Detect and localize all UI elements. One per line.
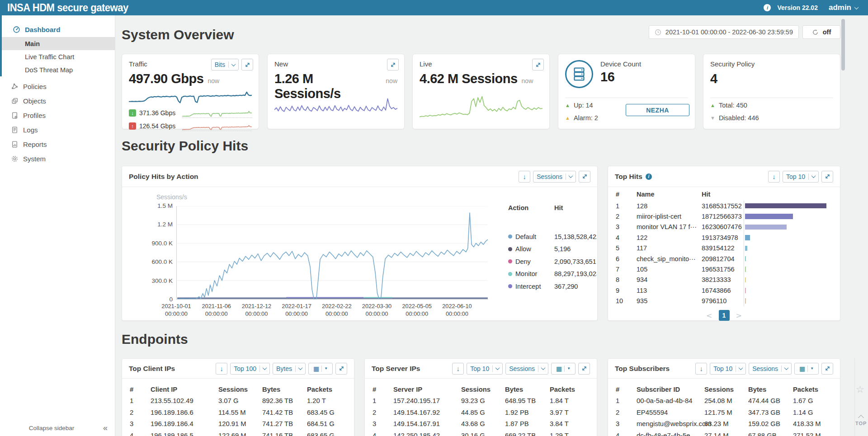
user-menu[interactable]: admin [829, 3, 858, 12]
policy-disabled: Disabled: 446 [719, 114, 759, 122]
download-sparkline [182, 108, 252, 118]
table-row: 4dc-fb-48-e7-4b-5e27.14 M67.88 GB271.52 … [608, 430, 840, 436]
expand-button[interactable] [821, 363, 833, 375]
table-cell: 741.42 TB [262, 409, 307, 416]
top-n-dropdown[interactable]: Top 10 [783, 171, 819, 183]
table-cell: 2 [130, 409, 151, 416]
table-row: 4196.189.186.5122.69 M741.16 TB683.65 G [122, 430, 354, 436]
download-button[interactable]: ↓ [216, 363, 227, 375]
next-page-button[interactable]: > [736, 311, 742, 320]
rank-cell: 7 [616, 266, 637, 273]
table-cell: 892.36 TB [262, 397, 307, 404]
sidebar-item-objects[interactable]: Objects [0, 94, 115, 108]
top-hits-row: 3monitor VLAN 17 f···16230607476 [616, 222, 834, 232]
page-number-button[interactable]: 1 [719, 310, 730, 321]
expand-button[interactable] [578, 363, 590, 375]
x-tick-label: 2022-02-2200:00:00 [314, 303, 359, 318]
table-cell: 27.14 M [704, 432, 748, 436]
column-header: Packets [550, 386, 589, 393]
auto-refresh-toggle[interactable]: off [802, 25, 840, 39]
devices-up: Up: 14 [574, 102, 593, 109]
x-tick-label: 2022-06-1000:00:00 [434, 303, 480, 318]
download-button[interactable]: ↓ [452, 363, 464, 375]
hit-cell: 209812704 [702, 255, 744, 263]
expand-button[interactable] [241, 59, 253, 70]
table-row: 1157.240.195.1793.23 G648.95 TB1.84 T [365, 395, 597, 407]
hit-bar [745, 298, 746, 304]
live-sessions-value: 4.62 M Sessions [420, 71, 518, 86]
traffic-value: 497.90 Gbps [129, 71, 203, 86]
collapse-sidebar-button[interactable]: Collapse sidebar « [0, 420, 115, 436]
table-cell: 63.23 M [704, 420, 748, 427]
expand-button[interactable] [387, 59, 399, 70]
download-button[interactable]: ↓ [768, 171, 780, 183]
column-header: Server IP [393, 386, 461, 393]
unit-dropdown[interactable]: Sessions [749, 363, 792, 375]
top-subscribers-panel: Top Subscribers ↓ Top 10 Sessions ▦▼ #Su… [608, 358, 840, 436]
info-icon[interactable]: i [646, 173, 652, 180]
table-cell: 741.27 TB [262, 420, 307, 427]
table-cell: 3 [130, 420, 151, 427]
table-cell: 4 [373, 432, 393, 436]
sidebar-item-live-traffic-chart[interactable]: Live Traffic Chart [2, 50, 115, 63]
username: admin [829, 3, 851, 12]
back-to-top-button[interactable]: TOP [855, 416, 867, 426]
expand-button[interactable] [532, 59, 544, 70]
name-cell: check_sip_monito··· [637, 255, 702, 263]
nezha-button[interactable]: NEZHA [626, 104, 689, 116]
hit-bar [745, 235, 750, 240]
column-header: Packets [307, 386, 346, 393]
top-n-dropdown[interactable]: Top 10 [467, 363, 503, 375]
sidebar-item-main[interactable]: Main [2, 37, 115, 50]
top-hits-panel: Top Hitsi ↓ Top 10 # Name Hit 1128316853… [608, 166, 840, 321]
name-cell: 117 [637, 244, 702, 252]
expand-button[interactable] [821, 171, 833, 183]
server-icon [565, 60, 593, 88]
traffic-unit-dropdown[interactable]: Bits [211, 59, 239, 70]
name-cell: monitor VLAN 17 f··· [637, 223, 702, 230]
table-cell: 271.52 M [793, 432, 832, 436]
legend-value: 88,297,193,023 [554, 270, 597, 277]
sidebar-item-system[interactable]: System [0, 151, 115, 166]
top-hits-row: 911316743866 [616, 285, 834, 295]
table-cell: 1 [130, 397, 151, 404]
columns-button[interactable]: ▦▼ [794, 363, 819, 375]
chevron-up-icon [858, 415, 864, 421]
sidebar-item-dos-threat-map[interactable]: DoS Threat Map [2, 63, 115, 76]
table-cell: 120.91 M [218, 420, 262, 427]
section-heading-endpoints: Endpoints [122, 332, 188, 347]
unit-dropdown[interactable]: Bytes [273, 363, 306, 375]
table-cell: 3.97 T [550, 409, 589, 416]
scrollbar-thumb[interactable] [841, 19, 845, 70]
top-n-dropdown[interactable]: Top 100 [230, 363, 270, 375]
rank-cell: 3 [616, 223, 637, 230]
columns-button[interactable]: ▦▼ [551, 363, 576, 375]
sidebar-item-logs[interactable]: Logs [0, 122, 115, 137]
unit-dropdown[interactable]: Sessions [533, 171, 576, 183]
download-button[interactable]: ↓ [519, 171, 530, 183]
legend-hit-header: Hit [554, 204, 563, 211]
table-cell: 122.69 M [218, 432, 262, 436]
panel-title: Top Server IPs [372, 365, 420, 373]
card-title: New [274, 60, 397, 68]
top-hits-row: 109359796110 [616, 296, 834, 306]
sidebar-item-reports[interactable]: Reports [0, 137, 115, 151]
traffic-card: Traffic Bits 497.90 Gbpsnow ↓ 371.36 Gbp… [122, 54, 259, 129]
date-range-picker[interactable]: 2021-10-01 00:00:00 - 2022-06-30 23:59:5… [649, 25, 799, 39]
expand-button[interactable] [335, 363, 347, 375]
sidebar-item-profiles[interactable]: Profiles [0, 108, 115, 122]
sidebar-item-policies[interactable]: Policies [0, 79, 115, 94]
prev-page-button[interactable]: < [706, 311, 712, 320]
info-icon[interactable]: i [764, 4, 771, 11]
unit-dropdown[interactable]: Sessions [505, 363, 548, 375]
download-button[interactable]: ↓ [695, 363, 707, 375]
table-cell: 3 [616, 420, 637, 427]
table-cell: 196.189.186.5 [151, 432, 218, 436]
columns-button[interactable]: ▦▼ [308, 363, 333, 375]
rank-cell: 8 [616, 276, 637, 283]
favorite-star-icon[interactable]: ☆ [856, 384, 864, 395]
legend-dot-icon [508, 247, 512, 251]
expand-button[interactable] [579, 171, 590, 183]
sidebar-item-dashboard[interactable]: Dashboard [2, 22, 115, 37]
top-n-dropdown[interactable]: Top 10 [710, 363, 746, 375]
